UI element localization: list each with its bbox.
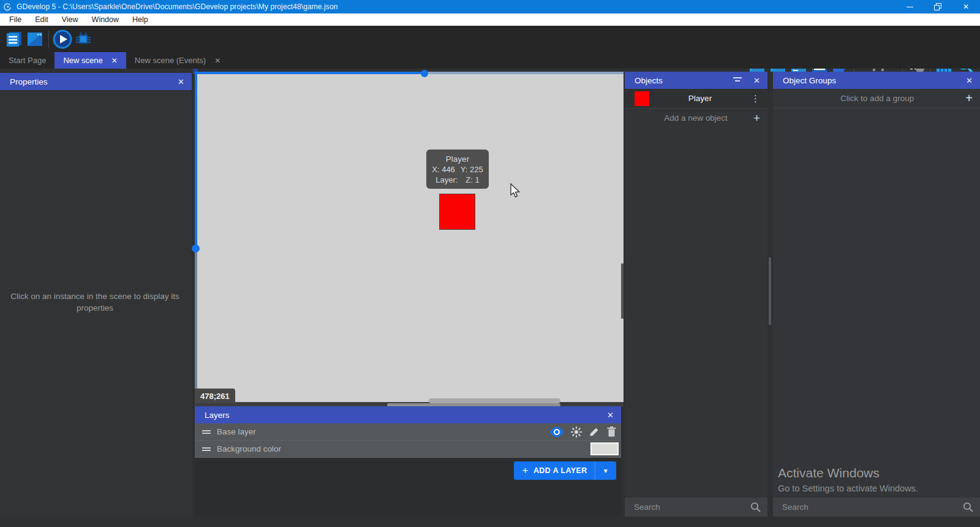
menu-window[interactable]: Window bbox=[85, 13, 126, 26]
properties-panel: Properties ✕ Click on an instance in the… bbox=[0, 73, 192, 517]
properties-empty-message: Click on an instance in the scene to dis… bbox=[6, 290, 184, 314]
object-groups-panel-title: Object Groups bbox=[783, 76, 966, 85]
tooltip-object-name: Player bbox=[426, 154, 489, 164]
activate-windows-watermark: Activate Windows Go to Settings to activ… bbox=[778, 466, 974, 493]
plus-icon: + bbox=[522, 464, 529, 477]
menu-bar: File Edit View Window Help bbox=[0, 13, 980, 26]
visibility-eye-icon[interactable] bbox=[550, 427, 564, 437]
chevron-down-icon[interactable]: ▼ bbox=[595, 468, 616, 474]
close-icon[interactable]: ✕ bbox=[178, 77, 184, 86]
menu-view[interactable]: View bbox=[55, 13, 85, 26]
layer-effects-icon[interactable] bbox=[571, 427, 582, 438]
canvas-vscroll-handle[interactable] bbox=[192, 245, 200, 252]
panel-resize-scrollbar[interactable] bbox=[621, 264, 624, 319]
tab-new-scene[interactable]: New scene ✕ bbox=[55, 52, 126, 69]
panel-resize-scrollbar[interactable] bbox=[769, 257, 771, 325]
canvas-vscroll-indicator[interactable] bbox=[195, 72, 197, 248]
objects-panel: Objects ✕ Player ⋮ Add a new object + bbox=[625, 72, 767, 517]
add-group-row[interactable]: Click to add a group + bbox=[773, 89, 980, 108]
window-icon bbox=[26, 30, 44, 48]
plus-icon: + bbox=[965, 91, 973, 105]
object-groups-panel: Object Groups ✕ Click to add a group + bbox=[773, 72, 980, 517]
close-icon[interactable]: ✕ bbox=[753, 76, 760, 85]
objects-search-input[interactable] bbox=[634, 502, 750, 512]
project-manager-button[interactable] bbox=[4, 29, 24, 50]
drag-handle-icon[interactable] bbox=[202, 446, 211, 452]
menu-edit[interactable]: Edit bbox=[28, 13, 55, 26]
tooltip-y: Y: 225 bbox=[461, 165, 483, 174]
canvas-hscroll-indicator[interactable] bbox=[423, 72, 624, 74]
canvas-hscroll-handle[interactable] bbox=[421, 70, 428, 77]
menu-help[interactable]: Help bbox=[126, 13, 155, 26]
object-groups-panel-header: Object Groups ✕ bbox=[773, 72, 980, 89]
debugger-icon bbox=[74, 30, 92, 48]
instance-tooltip: Player X: 446Y: 225 Layer:Z: 1 bbox=[426, 150, 489, 189]
tab-close-icon[interactable]: ✕ bbox=[111, 56, 118, 65]
toolbar-separator bbox=[48, 31, 49, 48]
title-bar: GDevelop 5 - C:\Users\Sparkle\OneDrive\D… bbox=[0, 0, 980, 13]
tab-new-scene-events[interactable]: New scene (Events) ✕ bbox=[126, 52, 229, 69]
restore-button[interactable] bbox=[924, 0, 952, 13]
tab-close-icon[interactable]: ✕ bbox=[214, 56, 221, 65]
cursor-coordinates-badge: 478;261 bbox=[195, 389, 235, 403]
canvas-vscroll-indicator[interactable] bbox=[195, 248, 197, 403]
objects-panel-title: Objects bbox=[635, 76, 733, 85]
objects-panel-header: Objects ✕ bbox=[625, 72, 767, 89]
gdevelop-logo-icon bbox=[3, 2, 12, 11]
close-icon[interactable]: ✕ bbox=[607, 411, 614, 420]
add-layer-button[interactable]: + ADD A LAYER ▼ bbox=[514, 461, 616, 480]
delete-layer-trash-icon[interactable] bbox=[607, 427, 616, 437]
play-icon bbox=[53, 29, 72, 49]
object-row-player[interactable]: Player ⋮ bbox=[625, 89, 767, 108]
editor-tab-bar: Start Page New scene ✕ New scene (Events… bbox=[0, 52, 980, 69]
groups-search-input[interactable] bbox=[782, 502, 963, 512]
scene-canvas[interactable] bbox=[195, 72, 624, 403]
plus-icon: + bbox=[753, 112, 760, 125]
search-icon bbox=[963, 502, 973, 512]
properties-panel-header: Properties ✕ bbox=[0, 73, 192, 90]
kebab-menu-icon[interactable]: ⋮ bbox=[751, 93, 760, 104]
minimize-button[interactable] bbox=[895, 0, 924, 13]
layer-row-background-color[interactable]: Background color bbox=[195, 441, 621, 458]
project-manager-icon bbox=[5, 30, 23, 48]
layers-panel-title: Layers bbox=[205, 411, 607, 420]
player-instance[interactable] bbox=[439, 194, 475, 230]
layer-name[interactable]: Base layer bbox=[217, 427, 550, 436]
layer-name[interactable]: Background color bbox=[217, 444, 590, 453]
layer-row-base[interactable]: Base layer bbox=[195, 423, 621, 441]
mouse-cursor bbox=[510, 183, 521, 199]
canvas-bottom-scrollbar[interactable] bbox=[429, 398, 560, 403]
object-name: Player bbox=[649, 94, 751, 103]
canvas-hscroll-indicator[interactable] bbox=[195, 72, 423, 74]
tooltip-z: Z: 1 bbox=[466, 175, 479, 184]
start-page-button[interactable] bbox=[24, 29, 45, 50]
play-button[interactable] bbox=[52, 29, 73, 50]
close-icon: ✕ bbox=[963, 2, 969, 11]
groups-search-bar bbox=[773, 498, 980, 517]
search-icon bbox=[750, 502, 761, 512]
window-title: GDevelop 5 - C:\Users\Sparkle\OneDrive\D… bbox=[17, 2, 337, 11]
tooltip-x: X: 446 bbox=[432, 165, 455, 174]
background-color-swatch[interactable] bbox=[590, 442, 619, 455]
add-object-row[interactable]: Add a new object + bbox=[625, 108, 767, 127]
tab-start-page[interactable]: Start Page bbox=[0, 52, 55, 69]
menu-file[interactable]: File bbox=[2, 13, 28, 26]
edit-layer-pencil-icon[interactable] bbox=[589, 427, 600, 437]
objects-search-bar bbox=[625, 498, 767, 517]
layers-panel-header: Layers ✕ bbox=[195, 406, 621, 423]
layers-panel: Layers ✕ Base layer bbox=[195, 406, 621, 517]
drag-handle-icon[interactable] bbox=[202, 429, 211, 435]
close-button[interactable]: ✕ bbox=[952, 0, 980, 13]
tooltip-layer: Layer: bbox=[435, 175, 458, 184]
debug-button[interactable] bbox=[73, 29, 94, 50]
properties-panel-title: Properties bbox=[10, 77, 178, 86]
main-toolbar: 1:1 bbox=[0, 26, 980, 52]
object-thumbnail bbox=[635, 91, 649, 106]
close-icon[interactable]: ✕ bbox=[966, 76, 973, 85]
filter-icon[interactable] bbox=[733, 77, 742, 84]
